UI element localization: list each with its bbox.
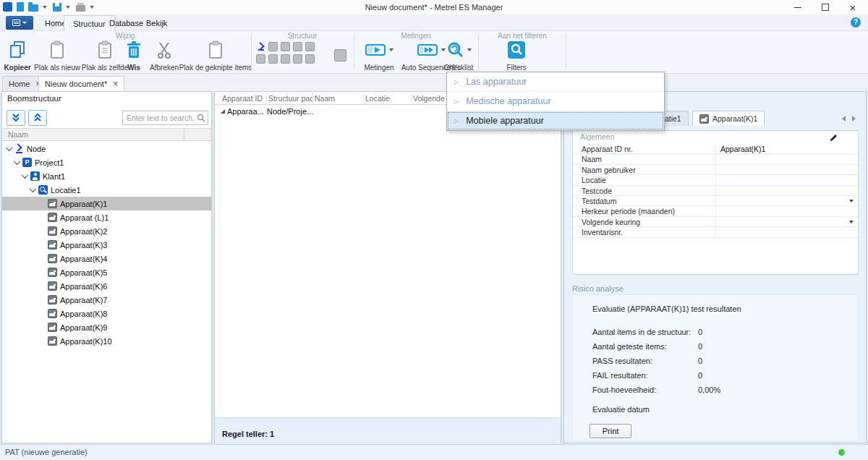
group-label: Aan het filteren (479, 32, 566, 40)
column-header-locatie[interactable]: Locatie (364, 93, 412, 104)
tree-item-label: Apparaat(K)5 (60, 268, 107, 277)
tree-item-apparaat-k-7[interactable]: Apparaat(K)7 (2, 293, 211, 307)
list-grid-icon[interactable] (293, 42, 302, 51)
menu-item-las-apparatuur[interactable]: ▷Las apparatuur (447, 72, 664, 92)
stat-label: Fout-hoeveelheid: (592, 386, 656, 394)
restore-button[interactable] (813, 0, 838, 14)
row-counter: Regel teller: 1 (222, 430, 274, 438)
plak-als-nieuw-button[interactable]: Plak als nieuw (33, 40, 81, 72)
filters-button[interactable]: Filters (496, 40, 537, 72)
wis-button[interactable]: Wis (120, 40, 148, 72)
property-value[interactable] (715, 175, 858, 184)
menu-item-medische-apparatuur[interactable]: ▷Medische apparatuur (447, 92, 664, 111)
tree-item-label: Apparaat(K)8 (60, 310, 107, 318)
checklist-button[interactable]: Checklist (440, 41, 477, 72)
device-icon (48, 268, 57, 277)
properties-tab-label: Apparaat(K)1 (712, 114, 757, 123)
node-grid-icon[interactable] (256, 42, 265, 51)
column-header-structuur-pad[interactable]: Structuur pad (267, 93, 313, 104)
appliance-grid-icon[interactable] (256, 54, 265, 64)
tree-expander-icon[interactable] (14, 158, 21, 165)
tree-item-label: Apparaat(K)6 (60, 282, 107, 291)
tree-panel: Boomstructuur Naam NodeProject1Klant1Loc… (1, 91, 212, 443)
row-expander-icon[interactable] (221, 109, 225, 114)
menu-item-label: Medische apparatuur (466, 96, 550, 106)
tree-item-apparaat-k-3[interactable]: Apparaat(K)3 (2, 238, 211, 252)
properties-panel: Locatie1 Apparaat(K)1 Algemeen Apparaat … (563, 91, 867, 443)
tree-column-header[interactable]: Naam (2, 128, 211, 141)
plak-geknipte-items-button[interactable]: Plak de geknipte items (182, 40, 249, 72)
checklist-caret-icon (467, 48, 472, 51)
location-icon (38, 185, 48, 195)
tree-item-label: Locatie1 (51, 186, 81, 195)
property-row-apparaat-id-nr: Apparaat ID nr.Apparaat(K)1 (573, 144, 858, 154)
properties-tab-apparaat-k1[interactable]: Apparaat(K)1 (692, 111, 765, 126)
dropdown-caret-icon[interactable] (849, 200, 854, 203)
tree-item-label: Apparaat(K)1 (60, 200, 107, 208)
tree-item-apparaat-k-6[interactable]: Apparaat(K)6 (2, 279, 211, 293)
signal-grid-icon[interactable] (293, 54, 302, 64)
person-grid-icon[interactable] (281, 54, 290, 64)
property-value[interactable]: Apparaat(K)1 (715, 144, 858, 153)
property-value[interactable] (715, 154, 858, 163)
dropdown-caret-icon[interactable] (849, 221, 854, 223)
tree-item-apparaat-k-5[interactable]: Apparaat(K)5 (2, 265, 211, 279)
tree-item-project1[interactable]: Project1 (2, 156, 211, 169)
tab-scroll-right-icon[interactable] (852, 116, 856, 122)
project-grid-icon[interactable] (268, 42, 278, 51)
edit-pencil-icon[interactable] (829, 133, 838, 142)
meter-grid-icon[interactable] (305, 42, 315, 51)
status-text: PAT (nieuwe generatie) (5, 448, 88, 456)
search-input[interactable] (122, 111, 208, 125)
close-tab-icon[interactable]: × (113, 80, 118, 88)
tree-expander-icon[interactable] (6, 144, 13, 151)
double-chevron-up-icon (33, 113, 43, 123)
device-icon (48, 213, 57, 222)
property-value[interactable] (715, 206, 858, 216)
property-value[interactable] (715, 196, 858, 205)
tree-item-node[interactable]: Node (2, 142, 211, 156)
burst-grid-icon[interactable] (305, 54, 315, 64)
column-header-apparaat-id[interactable]: Apparaat ID (221, 93, 267, 104)
property-value[interactable] (715, 227, 858, 237)
tree-item-apparaat-k-9[interactable]: Apparaat(K)9 (2, 320, 211, 334)
tree-item-apparaat-k-8[interactable]: Apparaat(K)8 (2, 307, 211, 320)
expand-all-button[interactable] (7, 110, 25, 126)
checklist-dropdown-menu: ▷Las apparatuur▷Medische apparatuur▷Mobi… (446, 72, 665, 131)
tree-expander-icon[interactable] (30, 185, 37, 192)
metingen-button[interactable]: Metingen (359, 41, 399, 72)
stat-value: 0 (698, 357, 702, 365)
tree-item-apparaat-k-2[interactable]: Apparaat(K)2 (2, 224, 211, 238)
print-button[interactable]: Print (590, 424, 631, 438)
property-value[interactable] (715, 186, 858, 195)
tab-scroll-left-icon[interactable] (842, 116, 846, 122)
search-grid-icon[interactable] (268, 54, 278, 64)
device-icon (699, 114, 709, 124)
property-value[interactable] (715, 165, 858, 174)
afbreken-button[interactable]: Afbreken (146, 40, 182, 72)
menu-item-mobiele-apparatuur[interactable]: ▷Mobiele apparatuur (447, 111, 664, 130)
device-icon (48, 254, 57, 263)
ribbon-tab-bekijk[interactable]: Bekijk (137, 15, 176, 31)
column-header-naam[interactable]: Naam (313, 93, 364, 104)
tree-expander-icon[interactable] (22, 171, 29, 179)
kopieer-button[interactable]: Kopieer (1, 40, 33, 72)
tree-item-klant1[interactable]: Klant1 (2, 169, 211, 183)
ribbon-group-metingen: Metingen Metingen Auto Sequence®'s (354, 31, 477, 73)
tree-item-apparaat-k-10[interactable]: Apparaat(K)10 (2, 334, 211, 348)
collapse-all-button[interactable] (28, 110, 47, 126)
document-tab-nieuw-document[interactable]: Nieuw document* × (38, 76, 124, 91)
machine-grid-icon[interactable] (334, 49, 346, 61)
file-menu-button[interactable] (6, 16, 33, 30)
tree-item-apparaat-l-1[interactable]: Apparaat (L)1 (2, 210, 211, 224)
device-grid-icon[interactable] (281, 42, 290, 51)
close-button[interactable] (841, 0, 865, 14)
tree-item-apparaat-k-1[interactable]: Apparaat(K)1 (2, 197, 211, 210)
minimize-button[interactable] (786, 0, 810, 14)
tree-item-label: Apparaat(K)9 (60, 323, 107, 332)
tree-item-locatie1[interactable]: Locatie1 (2, 183, 211, 197)
help-button[interactable]: ? (851, 17, 861, 27)
property-value[interactable] (715, 217, 858, 226)
tree-item-apparaat-k-4[interactable]: Apparaat(K)4 (2, 252, 211, 265)
device-icon (48, 199, 57, 208)
